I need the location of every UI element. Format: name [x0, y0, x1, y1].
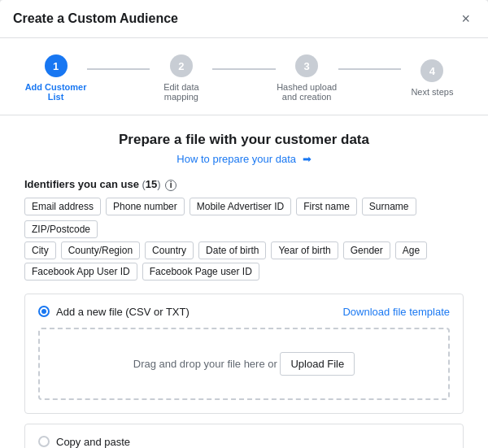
tag-dob: Date of birth — [198, 241, 266, 259]
download-template-link[interactable]: Download file template — [342, 306, 450, 318]
tag-yob: Year of birth — [271, 241, 338, 259]
step-2-circle: 2 — [170, 54, 193, 77]
copy-section: Copy and paste — [24, 424, 464, 448]
modal-title: Create a Custom Audience — [13, 11, 178, 26]
external-link-icon: ➡ — [303, 153, 312, 165]
help-link[interactable]: How to prepare your data ➡ — [176, 153, 311, 165]
add-file-radio-row: Add a new file (CSV or TXT) — [38, 306, 190, 318]
step-line-1 — [87, 68, 150, 70]
tag-row-3: Facebook App User ID Facebook Page user … — [24, 263, 464, 281]
drop-text: Drag and drop your file here or — [133, 358, 277, 370]
upload-section: Add a new file (CSV or TXT) Download fil… — [24, 294, 464, 414]
step-3-label: Hashed upload and creation — [276, 82, 338, 102]
tag-row-2: City County/Region Country Date of birth… — [24, 241, 464, 259]
radio-dot-inner — [41, 309, 46, 314]
tag-surname: Surname — [362, 198, 416, 215]
step-line-3 — [338, 68, 401, 70]
copy-radio[interactable] — [38, 436, 50, 447]
copy-label: Copy and paste — [56, 436, 130, 448]
section-title: Prepare a file with your customer data — [24, 132, 464, 148]
tag-county: County/Region — [61, 241, 140, 259]
upload-file-button[interactable]: Upload File — [280, 352, 355, 376]
identifiers-label: Identifiers you can use (15) i — [24, 178, 464, 191]
upload-header: Add a new file (CSV or TXT) Download fil… — [38, 306, 450, 318]
step-4-label: Next steps — [411, 87, 453, 97]
tag-email: Email address — [24, 198, 101, 215]
modal-header: Create a Custom Audience × — [0, 0, 488, 38]
step-4: 4 Next steps — [401, 59, 464, 97]
tag-mobile-advertiser: Mobile Advertiser ID — [190, 198, 291, 215]
modal-body: Prepare a file with your customer data H… — [0, 115, 488, 448]
add-file-radio[interactable] — [38, 306, 50, 317]
step-line-2 — [212, 68, 275, 70]
info-icon[interactable]: i — [165, 180, 176, 191]
close-button[interactable]: × — [456, 10, 475, 28]
help-link-text: How to prepare your data — [176, 153, 296, 165]
tag-fb-app-user: Facebook App User ID — [24, 263, 137, 281]
step-3-circle: 3 — [295, 54, 318, 77]
tag-row-1: Email address Phone number Mobile Advert… — [24, 198, 464, 238]
step-4-circle: 4 — [420, 59, 443, 82]
stepper: 1 Add Customer List 2 Edit data mapping … — [0, 38, 488, 115]
step-1: 1 Add Customer List — [24, 54, 87, 102]
tag-country: Country — [145, 241, 194, 259]
step-1-circle: 1 — [45, 54, 68, 77]
step-2: 2 Edit data mapping — [150, 54, 212, 102]
step-3: 3 Hashed upload and creation — [276, 54, 338, 102]
add-file-label: Add a new file (CSV or TXT) — [56, 306, 190, 318]
tag-fb-page-user: Facebook Page user ID — [142, 263, 259, 281]
create-custom-audience-modal: Create a Custom Audience × 1 Add Custome… — [0, 0, 488, 448]
help-link-container: How to prepare your data ➡ — [24, 153, 464, 165]
tag-zip: ZIP/Postcode — [24, 220, 98, 238]
step-2-label: Edit data mapping — [150, 82, 212, 102]
identifiers-count: 15 — [146, 178, 157, 190]
identifiers-label-text: Identifiers you can use — [24, 178, 139, 190]
tag-city: City — [24, 241, 56, 259]
tag-age: Age — [395, 241, 427, 259]
tag-first-name: First name — [296, 198, 357, 215]
drop-zone[interactable]: Drag and drop your file here or Upload F… — [38, 328, 450, 400]
copy-radio-row: Copy and paste — [38, 436, 450, 448]
tag-phone: Phone number — [106, 198, 185, 215]
step-1-label: Add Customer List — [24, 82, 87, 102]
tag-gender: Gender — [343, 241, 390, 259]
